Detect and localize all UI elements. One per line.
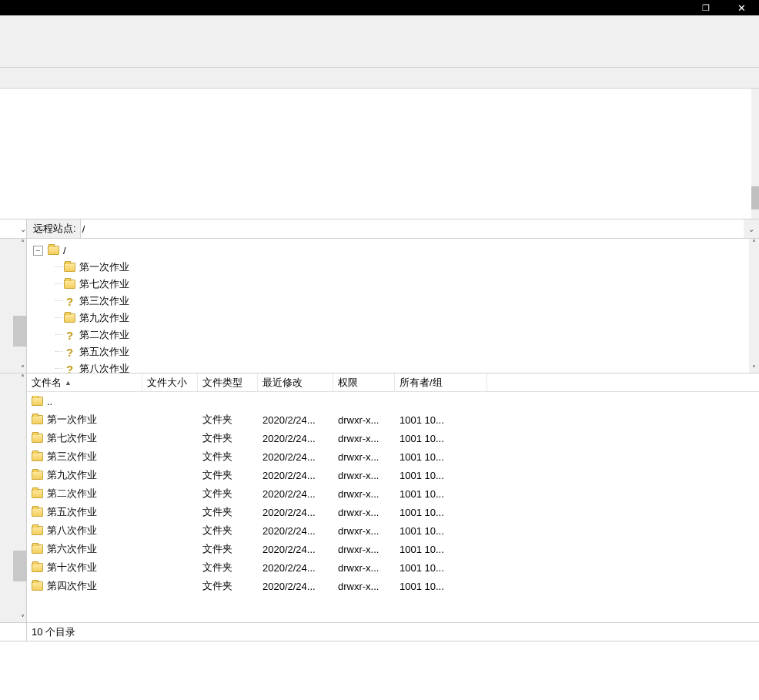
tree-node[interactable]: ⋯?第三次作业 bbox=[55, 293, 749, 310]
message-log-scrollbar[interactable] bbox=[751, 89, 759, 219]
file-row[interactable]: 第八次作业文件夹2020/2/24...drwxr-x...1001 10... bbox=[27, 521, 759, 540]
scrollbar-thumb[interactable] bbox=[13, 316, 27, 347]
sort-asc-icon: ▲ bbox=[65, 379, 72, 387]
file-permissions: drwxr-x... bbox=[333, 488, 395, 500]
local-list-scrollbar[interactable]: ˄ ˅ bbox=[0, 373, 27, 622]
file-name: 第三次作业 bbox=[47, 450, 97, 464]
header-filename-label: 文件名 bbox=[32, 376, 62, 390]
toolbar-icons[interactable] bbox=[0, 29, 759, 68]
tree-node-label: 第九次作业 bbox=[79, 311, 129, 325]
local-status-cell bbox=[0, 623, 27, 641]
unknown-folder-icon: ? bbox=[64, 363, 75, 373]
file-permissions: drwxr-x... bbox=[333, 507, 395, 518]
header-permissions[interactable]: 权限 bbox=[333, 373, 395, 391]
header-modified-label: 最近修改 bbox=[262, 376, 303, 390]
file-row[interactable]: 第二次作业文件夹2020/2/24...drwxr-x...1001 10... bbox=[27, 484, 759, 503]
header-modified[interactable]: 最近修改 bbox=[258, 373, 333, 391]
tree-node[interactable]: ⋯?第二次作业 bbox=[55, 327, 749, 343]
toolbar-area bbox=[0, 15, 759, 89]
file-permissions: drwxr-x... bbox=[333, 414, 395, 426]
local-tree-scrollbar[interactable]: ˄ ˅ bbox=[0, 239, 27, 373]
file-modified: 2020/2/24... bbox=[258, 581, 333, 592]
maximize-button[interactable]: ❐ bbox=[688, 0, 724, 15]
file-row[interactable]: 第五次作业文件夹2020/2/24...drwxr-x...1001 10... bbox=[27, 503, 759, 521]
menu-bar[interactable] bbox=[0, 15, 759, 29]
folder-icon bbox=[32, 563, 43, 572]
folder-icon bbox=[64, 263, 75, 272]
header-filetype[interactable]: 文件类型 bbox=[198, 373, 258, 391]
local-site-dropdown[interactable]: ⌄ bbox=[0, 219, 27, 238]
file-permissions: drwxr-x... bbox=[333, 433, 395, 444]
file-name: 第十次作业 bbox=[47, 561, 97, 574]
unknown-folder-icon: ? bbox=[64, 296, 75, 306]
file-row[interactable]: 第一次作业文件夹2020/2/24...drwxr-x...1001 10... bbox=[27, 410, 759, 429]
scroll-down-icon: ˅ bbox=[21, 614, 25, 622]
remote-file-list[interactable]: 文件名▲ 文件大小 文件类型 最近修改 权限 所有者/组 ..第一次作业文件夹2… bbox=[27, 373, 759, 622]
remote-site-path-text: / bbox=[82, 223, 85, 235]
header-filesize[interactable]: 文件大小 bbox=[142, 373, 198, 391]
remote-site-dropdown[interactable]: ⌄ bbox=[744, 219, 759, 238]
tree-root-node[interactable]: − / bbox=[33, 242, 749, 259]
file-row[interactable]: 第三次作业文件夹2020/2/24...drwxr-x...1001 10... bbox=[27, 447, 759, 466]
tree-node-label: 第七次作业 bbox=[79, 277, 129, 291]
message-log-content[interactable] bbox=[0, 89, 751, 219]
header-owner[interactable]: 所有者/组 bbox=[395, 373, 487, 391]
file-row[interactable]: 第四次作业文件夹2020/2/24...drwxr-x...1001 10... bbox=[27, 577, 759, 595]
remote-tree-scrollbar[interactable]: ˄ ˅ bbox=[749, 239, 759, 373]
directory-tree-row: ˄ ˅ − / ⋯第一次作业⋯第七次作业⋯?第三次作业⋯第九次作业⋯?第二次作业… bbox=[0, 239, 759, 373]
file-modified: 2020/2/24... bbox=[258, 525, 333, 537]
file-type: 文件夹 bbox=[198, 468, 258, 482]
tree-connector: ⋯ bbox=[55, 347, 62, 357]
chevron-down-icon: ⌄ bbox=[20, 225, 26, 233]
window-titlebar: ❐ ✕ bbox=[0, 0, 759, 15]
scrollbar-thumb[interactable] bbox=[13, 551, 27, 581]
scroll-down-icon: ˅ bbox=[749, 364, 759, 373]
file-permissions: drwxr-x... bbox=[333, 525, 395, 537]
tree-node[interactable]: ⋯第七次作业 bbox=[55, 276, 749, 293]
tree-connector: ⋯ bbox=[55, 280, 62, 290]
file-permissions: drwxr-x... bbox=[333, 451, 395, 463]
file-row[interactable]: 第十次作业文件夹2020/2/24...drwxr-x...1001 10... bbox=[27, 558, 759, 577]
folder-icon bbox=[32, 544, 43, 554]
scroll-up-icon: ˄ bbox=[749, 239, 759, 247]
file-owner: 1001 10... bbox=[395, 562, 487, 574]
tree-node[interactable]: ⋯第九次作业 bbox=[55, 310, 749, 327]
file-owner: 1001 10... bbox=[395, 470, 487, 481]
parent-dir-row[interactable]: .. bbox=[27, 392, 759, 410]
file-modified: 2020/2/24... bbox=[258, 562, 333, 574]
file-owner: 1001 10... bbox=[395, 433, 487, 444]
scroll-up-icon: ˄ bbox=[21, 373, 25, 382]
header-filename[interactable]: 文件名▲ bbox=[27, 373, 142, 391]
file-row[interactable]: 第九次作业文件夹2020/2/24...drwxr-x...1001 10... bbox=[27, 466, 759, 484]
scrollbar-thumb[interactable] bbox=[751, 186, 759, 209]
tree-connector: ⋯ bbox=[55, 364, 62, 373]
file-row[interactable]: 第七次作业文件夹2020/2/24...drwxr-x...1001 10... bbox=[27, 429, 759, 447]
file-type: 文件夹 bbox=[198, 431, 258, 445]
tree-node[interactable]: ⋯?第八次作业 bbox=[55, 360, 749, 373]
tree-node[interactable]: ⋯?第五次作业 bbox=[55, 343, 749, 360]
folder-icon bbox=[64, 313, 75, 323]
remote-status-summary: 10 个目录 bbox=[27, 623, 759, 641]
file-name: 第五次作业 bbox=[47, 505, 97, 519]
file-name: 第六次作业 bbox=[47, 542, 97, 556]
tree-node-label: 第二次作业 bbox=[79, 328, 129, 342]
tree-node[interactable]: ⋯第一次作业 bbox=[55, 259, 749, 276]
file-type: 文件夹 bbox=[198, 561, 258, 574]
file-name: 第四次作业 bbox=[47, 579, 97, 593]
folder-icon bbox=[64, 280, 75, 289]
file-permissions: drwxr-x... bbox=[333, 470, 395, 481]
collapse-toggle[interactable]: − bbox=[33, 246, 43, 256]
remote-site-path[interactable]: / bbox=[81, 219, 744, 238]
remote-directory-tree[interactable]: − / ⋯第一次作业⋯第七次作业⋯?第三次作业⋯第九次作业⋯?第二次作业⋯?第五… bbox=[27, 239, 749, 373]
close-button[interactable]: ✕ bbox=[724, 0, 759, 15]
file-owner: 1001 10... bbox=[395, 507, 487, 518]
site-path-row: ⌄ 远程站点: / ⌄ bbox=[0, 219, 759, 239]
folder-icon bbox=[48, 246, 59, 255]
file-row[interactable]: 第六次作业文件夹2020/2/24...drwxr-x...1001 10... bbox=[27, 540, 759, 558]
file-type: 文件夹 bbox=[198, 524, 258, 538]
quickconnect-bar[interactable] bbox=[0, 68, 759, 88]
column-headers: 文件名▲ 文件大小 文件类型 最近修改 权限 所有者/组 bbox=[27, 373, 759, 392]
folder-icon bbox=[32, 397, 43, 406]
file-name: 第八次作业 bbox=[47, 524, 97, 538]
tree-connector: ⋯ bbox=[55, 330, 62, 340]
